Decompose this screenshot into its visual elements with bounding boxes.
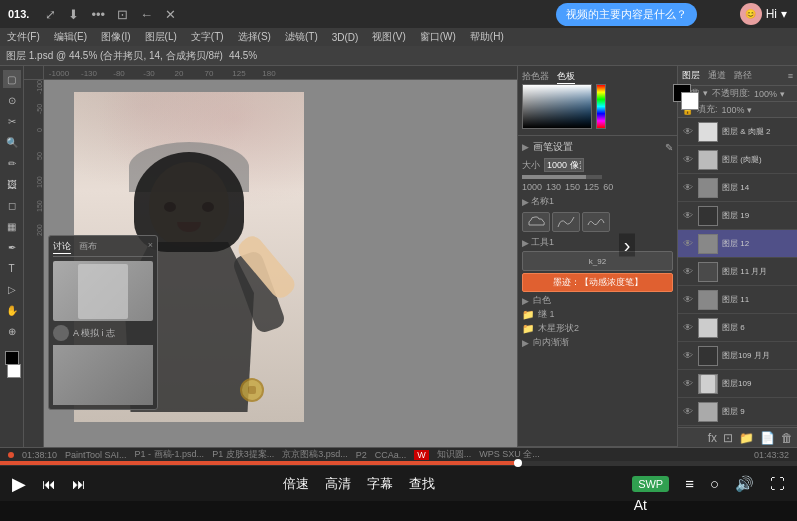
right-nav-arrow[interactable]: › — [619, 233, 635, 256]
close-icon[interactable]: ✕ — [165, 7, 176, 22]
layers-panel-menu[interactable]: ≡ — [788, 71, 793, 81]
background-swatch[interactable] — [681, 92, 699, 110]
layer-item[interactable]: 👁 图层 6 — [678, 314, 797, 342]
share-icon[interactable]: ⤢ — [45, 7, 56, 22]
layer-visibility[interactable]: 👁 — [682, 350, 694, 361]
layer-visibility[interactable]: 👁 — [682, 266, 694, 277]
tool-eyedrop[interactable]: 🔍 — [3, 133, 21, 151]
layer-item[interactable]: 👁 图层 9 — [678, 398, 797, 426]
layer-visibility[interactable]: 👁 — [682, 378, 694, 389]
swp-badge[interactable]: SWP — [632, 476, 669, 492]
layer-item[interactable]: 👁 图层 (肉腿) — [678, 146, 797, 174]
tool-lasso[interactable]: ⊙ — [3, 91, 21, 109]
menu-3d[interactable]: 3D(D) — [329, 32, 362, 43]
tool-brush[interactable]: ✏ — [3, 154, 21, 172]
brush-size-slider[interactable] — [522, 175, 602, 179]
add-style-button[interactable]: fx — [708, 431, 717, 445]
background-color[interactable] — [7, 364, 21, 378]
tool-clone[interactable]: 🖼 — [3, 175, 21, 193]
tool-shape[interactable]: ▷ — [3, 280, 21, 298]
chat-tab-discuss[interactable]: 讨论 — [53, 240, 71, 254]
preset-cloud[interactable] — [522, 212, 550, 232]
layer-item[interactable]: 👁 图层 14 — [678, 174, 797, 202]
tab-paths[interactable]: 路径 — [734, 69, 752, 82]
layer-item[interactable]: 👁 图层109 月月 — [678, 342, 797, 370]
tool-gradient[interactable]: ▦ — [3, 217, 21, 235]
subtitle-button[interactable]: 字幕 — [367, 475, 393, 493]
layer-visibility[interactable]: 👁 — [682, 210, 694, 221]
size-input[interactable] — [544, 158, 584, 172]
tool-select[interactable]: ▢ — [3, 70, 21, 88]
menu-window[interactable]: 窗口(W) — [417, 30, 459, 44]
menu-filter[interactable]: 滤镜(T) — [282, 30, 321, 44]
canvas-viewport[interactable]: 讨论 画布 × A 模拟 i 志 — [44, 80, 517, 447]
play-button[interactable]: ▶ — [12, 473, 26, 495]
layer-visibility[interactable]: 👁 — [682, 406, 694, 417]
layer-visibility[interactable]: 👁 — [682, 294, 694, 305]
question-bubble[interactable]: 视频的主要内容是什么？ — [556, 3, 697, 26]
layer-item-active[interactable]: 👁 图层 12 — [678, 230, 797, 258]
tool-crop[interactable]: ✂ — [3, 112, 21, 130]
layer-visibility[interactable]: 👁 — [682, 126, 694, 137]
expand-icon[interactable]: ▶ — [522, 142, 529, 152]
menu-view[interactable]: 视图(V) — [369, 30, 408, 44]
color-gradient[interactable] — [522, 84, 592, 129]
layer-item[interactable]: 👁 图层109 — [678, 370, 797, 398]
tab-swatches[interactable]: 色板 — [557, 70, 575, 84]
preset-k92[interactable]: k_92 — [522, 251, 673, 271]
layer-visibility[interactable]: 👁 — [682, 154, 694, 165]
opacity-value[interactable]: 100% ▾ — [754, 89, 785, 99]
preset-standard[interactable] — [582, 212, 610, 232]
volume-button[interactable]: 🔊 — [735, 475, 754, 493]
menu-file[interactable]: 文件(F) — [4, 30, 43, 44]
hue-bar[interactable] — [596, 84, 606, 129]
menu-text[interactable]: 文字(T) — [188, 30, 227, 44]
menu-help[interactable]: 帮助(H) — [467, 30, 507, 44]
hd-button[interactable]: 高清 — [325, 475, 351, 493]
foreground-color[interactable] — [5, 351, 19, 365]
tool-pen[interactable]: ✒ — [3, 238, 21, 256]
tool-hand[interactable]: ✋ — [3, 301, 21, 319]
progress-thumb[interactable] — [514, 459, 522, 467]
menu-edit[interactable]: 编辑(E) — [51, 30, 90, 44]
layer-item[interactable]: 👁 图层 11 月月 — [678, 258, 797, 286]
layer-visibility[interactable]: 👁 — [682, 182, 694, 193]
window-icon[interactable]: ⊡ — [117, 7, 128, 22]
menu-layer[interactable]: 图层(L) — [142, 30, 180, 44]
tool-eraser[interactable]: ◻ — [3, 196, 21, 214]
arrow-icon[interactable]: ← — [140, 7, 153, 22]
layer-item[interactable]: 👁 图层 & 肉腿 2 — [678, 118, 797, 146]
speed-button[interactable]: 倍速 — [283, 475, 309, 493]
chat-tab-canvas[interactable]: 画布 — [79, 240, 97, 254]
preset-dynamic[interactable] — [552, 212, 580, 232]
new-group-button[interactable]: 📁 — [739, 431, 754, 445]
layer-item[interactable]: 👁 图层 11 — [678, 286, 797, 314]
new-layer-button[interactable]: 📄 — [760, 431, 775, 445]
tool-zoom[interactable]: ⊕ — [3, 322, 21, 340]
tool-type[interactable]: T — [3, 259, 21, 277]
zoom-level[interactable]: 44.5% — [229, 50, 257, 61]
chevron-down-icon[interactable]: ▾ — [781, 7, 787, 21]
next-button[interactable]: ⏭ — [72, 476, 86, 492]
list-button[interactable]: ≡ — [685, 475, 694, 492]
expand-fade-icon[interactable]: ▶ — [522, 338, 529, 348]
layer-item[interactable]: 👁 图层 19 — [678, 202, 797, 230]
download-icon[interactable]: ⬇ — [68, 7, 79, 22]
tab-color-picker[interactable]: 拾色器 — [522, 70, 549, 84]
tab-layers[interactable]: 图层 — [682, 69, 700, 82]
menu-image[interactable]: 图像(I) — [98, 30, 133, 44]
more-icon[interactable]: ••• — [91, 7, 105, 22]
add-mask-button[interactable]: ⊡ — [723, 431, 733, 445]
layer-visibility[interactable]: 👁 — [682, 238, 694, 249]
search-button[interactable]: 查找 — [409, 475, 435, 493]
fill-value[interactable]: 100% ▾ — [722, 105, 753, 115]
menu-select[interactable]: 选择(S) — [235, 30, 274, 44]
tab-channels[interactable]: 通道 — [708, 69, 726, 82]
video-progress-bar[interactable] — [0, 461, 797, 465]
expand-tool-icon[interactable]: ▶ — [522, 238, 529, 248]
prev-button[interactable]: ⏮ — [42, 476, 56, 492]
selected-brush-box[interactable]: 墨迹：【动感浓度笔】 — [522, 273, 673, 292]
expand-white-icon[interactable]: ▶ — [522, 296, 529, 306]
expand-preset-icon[interactable]: ▶ — [522, 197, 529, 207]
delete-layer-button[interactable]: 🗑 — [781, 431, 793, 445]
